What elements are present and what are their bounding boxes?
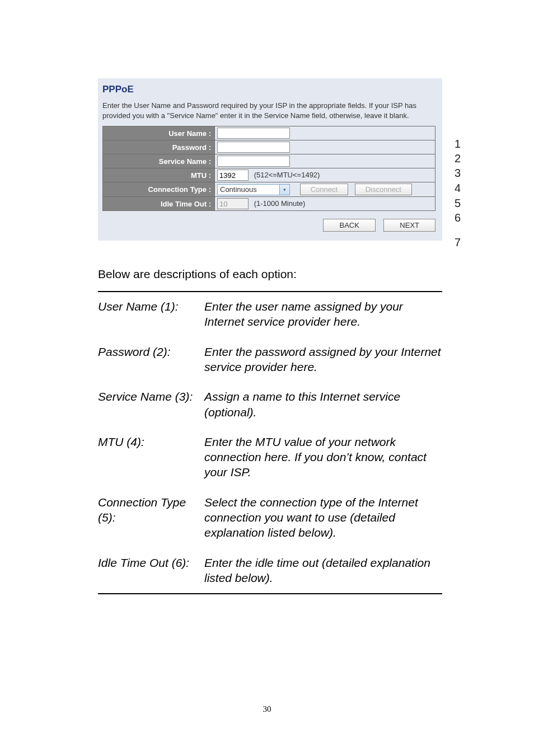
annot-2: 2 — [455, 152, 461, 165]
desc-label: Idle Time Out (6): — [98, 555, 204, 586]
descriptions-intro: Below are descriptions of each option: — [98, 267, 461, 281]
annot-5: 5 — [455, 197, 461, 210]
desc-row: Password (2): Enter the password assigne… — [98, 344, 442, 375]
idle-input[interactable] — [217, 198, 249, 209]
servicename-label: Service Name : — [103, 154, 215, 168]
page-number: 30 — [263, 705, 271, 714]
chevron-down-icon: ▾ — [279, 185, 289, 195]
conntype-selected-value: Continuous — [220, 185, 257, 194]
desc-label: User Name (1): — [98, 299, 204, 330]
mtu-input[interactable] — [217, 170, 249, 181]
idle-hint: (1-1000 Minute) — [254, 199, 306, 208]
annot-7: 7 — [455, 236, 461, 249]
desc-value: Select the connection type of the Intern… — [204, 495, 442, 541]
desc-row: Idle Time Out (6): Enter the idle time o… — [98, 555, 442, 586]
desc-value: Enter the idle time out (detailed explan… — [204, 555, 442, 586]
mtu-hint: (512<=MTU<=1492) — [254, 171, 320, 179]
username-label: User Name : — [103, 126, 215, 140]
servicename-input[interactable] — [217, 156, 290, 167]
annot-4: 4 — [455, 182, 461, 195]
annot-6: 6 — [455, 212, 461, 224]
pppoe-screenshot: PPPoE Enter the User Name and Password r… — [98, 78, 442, 241]
username-input[interactable] — [217, 128, 290, 139]
pppoe-description: Enter the User Name and Password require… — [102, 101, 438, 120]
desc-row: Service Name (3): Assign a name to this … — [98, 389, 442, 420]
desc-row: User Name (1): Enter the user name assig… — [98, 299, 442, 330]
conntype-label: Connection Type : — [103, 182, 215, 197]
desc-value: Enter the MTU value of your network conn… — [204, 434, 442, 480]
desc-value: Assign a name to this Internet service (… — [204, 389, 442, 420]
mtu-label: MTU : — [103, 168, 215, 182]
annot-1: 1 — [455, 138, 461, 151]
pppoe-heading: PPPoE — [102, 84, 438, 95]
desc-row: MTU (4): Enter the MTU value of your net… — [98, 434, 442, 480]
desc-value: Enter the user name assigned by your Int… — [204, 299, 442, 330]
desc-value: Enter the password assigned by your Inte… — [204, 344, 442, 375]
password-input[interactable] — [217, 142, 290, 153]
connect-button[interactable]: Connect — [300, 184, 348, 195]
desc-label: Password (2): — [98, 344, 204, 375]
next-button[interactable]: NEXT — [383, 219, 435, 232]
desc-row: Connection Type (5): Select the connecti… — [98, 495, 442, 541]
password-label: Password : — [103, 140, 215, 154]
form-table: User Name : Password : Service Name : MT… — [102, 126, 435, 211]
nav-button-row: BACK NEXT — [102, 219, 438, 232]
disconnect-button[interactable]: Disconnect — [355, 184, 412, 195]
conntype-select[interactable]: Continuous ▾ — [217, 184, 290, 195]
desc-label: MTU (4): — [98, 434, 204, 480]
idle-label: Idle Time Out : — [103, 197, 215, 211]
descriptions-table: User Name (1): Enter the user name assig… — [98, 291, 442, 594]
desc-label: Connection Type (5): — [98, 495, 204, 541]
back-button[interactable]: BACK — [323, 219, 375, 232]
desc-label: Service Name (3): — [98, 389, 204, 420]
annot-3: 3 — [455, 167, 461, 180]
